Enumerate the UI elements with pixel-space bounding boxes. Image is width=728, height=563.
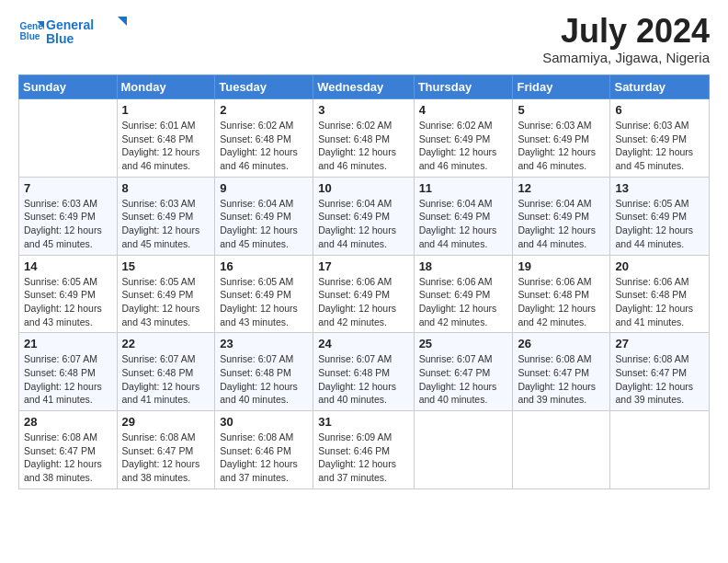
day-cell: 21Sunrise: 6:07 AM Sunset: 6:48 PM Dayli…	[19, 333, 118, 411]
day-info: Sunrise: 6:08 AM Sunset: 6:47 PM Dayligh…	[24, 431, 112, 485]
day-number: 7	[24, 181, 112, 195]
day-number: 23	[220, 337, 308, 350]
header-saturday: Saturday	[610, 75, 710, 99]
day-info: Sunrise: 6:06 AM Sunset: 6:48 PM Dayligh…	[615, 275, 704, 329]
header-tuesday: Tuesday	[215, 75, 313, 99]
day-number: 1	[122, 103, 210, 117]
day-cell: 24Sunrise: 6:07 AM Sunset: 6:48 PM Dayli…	[313, 333, 414, 411]
day-number: 8	[122, 181, 210, 195]
day-info: Sunrise: 6:05 AM Sunset: 6:49 PM Dayligh…	[24, 275, 112, 329]
day-cell: 17Sunrise: 6:06 AM Sunset: 6:49 PM Dayli…	[313, 255, 414, 333]
day-cell: 5Sunrise: 6:03 AM Sunset: 6:49 PM Daylig…	[513, 99, 610, 178]
day-info: Sunrise: 6:08 AM Sunset: 6:47 PM Dayligh…	[122, 431, 210, 485]
day-info: Sunrise: 6:08 AM Sunset: 6:47 PM Dayligh…	[615, 352, 704, 407]
day-cell: 11Sunrise: 6:04 AM Sunset: 6:49 PM Dayli…	[414, 177, 513, 255]
day-number: 6	[615, 103, 704, 117]
day-info: Sunrise: 6:05 AM Sunset: 6:49 PM Dayligh…	[615, 197, 704, 251]
day-number: 22	[122, 337, 210, 350]
day-number: 9	[220, 181, 308, 195]
day-info: Sunrise: 6:06 AM Sunset: 6:49 PM Dayligh…	[318, 275, 408, 329]
day-info: Sunrise: 6:04 AM Sunset: 6:49 PM Dayligh…	[318, 197, 408, 251]
calendar-table: Sunday Monday Tuesday Wednesday Thursday…	[18, 75, 710, 489]
day-number: 4	[419, 103, 508, 117]
day-info: Sunrise: 6:03 AM Sunset: 6:49 PM Dayligh…	[518, 119, 605, 173]
week-row-5: 28Sunrise: 6:08 AM Sunset: 6:47 PM Dayli…	[19, 411, 710, 489]
day-number: 27	[615, 337, 704, 350]
week-row-3: 14Sunrise: 6:05 AM Sunset: 6:49 PM Dayli…	[19, 255, 710, 333]
day-cell: 12Sunrise: 6:04 AM Sunset: 6:49 PM Dayli…	[513, 177, 610, 255]
day-cell: 8Sunrise: 6:03 AM Sunset: 6:49 PM Daylig…	[117, 177, 215, 255]
svg-text:Blue: Blue	[20, 31, 40, 41]
day-info: Sunrise: 6:07 AM Sunset: 6:48 PM Dayligh…	[122, 352, 210, 407]
day-info: Sunrise: 6:05 AM Sunset: 6:49 PM Dayligh…	[220, 275, 308, 329]
day-cell: 31Sunrise: 6:09 AM Sunset: 6:46 PM Dayli…	[313, 411, 414, 489]
week-row-2: 7Sunrise: 6:03 AM Sunset: 6:49 PM Daylig…	[19, 177, 710, 255]
day-info: Sunrise: 6:01 AM Sunset: 6:48 PM Dayligh…	[122, 119, 210, 173]
day-info: Sunrise: 6:07 AM Sunset: 6:48 PM Dayligh…	[220, 352, 308, 407]
day-cell	[513, 411, 610, 489]
day-cell: 27Sunrise: 6:08 AM Sunset: 6:47 PM Dayli…	[610, 333, 710, 411]
day-cell: 18Sunrise: 6:06 AM Sunset: 6:49 PM Dayli…	[414, 255, 513, 333]
day-number: 15	[122, 259, 210, 273]
logo-svg: General Blue	[46, 15, 129, 48]
day-cell: 28Sunrise: 6:08 AM Sunset: 6:47 PM Dayli…	[19, 411, 118, 489]
day-number: 3	[318, 103, 408, 117]
day-number: 21	[24, 337, 112, 350]
day-number: 14	[24, 259, 112, 273]
day-cell	[414, 411, 513, 489]
svg-marker-6	[118, 17, 127, 26]
day-number: 11	[419, 181, 508, 195]
day-number: 19	[518, 259, 605, 273]
day-number: 30	[220, 415, 308, 429]
logo: General Blue General Blue	[18, 15, 129, 48]
day-cell: 2Sunrise: 6:02 AM Sunset: 6:48 PM Daylig…	[215, 99, 313, 178]
day-cell: 29Sunrise: 6:08 AM Sunset: 6:47 PM Dayli…	[117, 411, 215, 489]
header-sunday: Sunday	[19, 75, 118, 99]
day-cell: 4Sunrise: 6:02 AM Sunset: 6:49 PM Daylig…	[414, 99, 513, 178]
day-number: 20	[615, 259, 704, 273]
day-info: Sunrise: 6:09 AM Sunset: 6:46 PM Dayligh…	[318, 431, 408, 485]
day-number: 26	[518, 337, 605, 350]
day-info: Sunrise: 6:06 AM Sunset: 6:49 PM Dayligh…	[419, 275, 508, 329]
day-cell	[610, 411, 710, 489]
header-friday: Friday	[513, 75, 610, 99]
day-info: Sunrise: 6:03 AM Sunset: 6:49 PM Dayligh…	[24, 197, 112, 251]
day-number: 24	[318, 337, 408, 350]
day-cell: 19Sunrise: 6:06 AM Sunset: 6:48 PM Dayli…	[513, 255, 610, 333]
day-number: 25	[419, 337, 508, 350]
day-number: 18	[419, 259, 508, 273]
day-number: 28	[24, 415, 112, 429]
day-number: 13	[615, 181, 704, 195]
day-cell: 23Sunrise: 6:07 AM Sunset: 6:48 PM Dayli…	[215, 333, 313, 411]
day-info: Sunrise: 6:07 AM Sunset: 6:47 PM Dayligh…	[419, 352, 508, 407]
day-info: Sunrise: 6:02 AM Sunset: 6:49 PM Dayligh…	[419, 119, 508, 173]
day-number: 12	[518, 181, 605, 195]
day-cell: 22Sunrise: 6:07 AM Sunset: 6:48 PM Dayli…	[117, 333, 215, 411]
day-info: Sunrise: 6:02 AM Sunset: 6:48 PM Dayligh…	[220, 119, 308, 173]
day-info: Sunrise: 6:07 AM Sunset: 6:48 PM Dayligh…	[24, 352, 112, 407]
logo-icon: General Blue	[18, 18, 44, 44]
day-cell: 15Sunrise: 6:05 AM Sunset: 6:49 PM Dayli…	[117, 255, 215, 333]
day-cell: 26Sunrise: 6:08 AM Sunset: 6:47 PM Dayli…	[513, 333, 610, 411]
day-number: 5	[518, 103, 605, 117]
day-cell: 14Sunrise: 6:05 AM Sunset: 6:49 PM Dayli…	[19, 255, 118, 333]
title-block: July 2024 Samamiya, Jigawa, Nigeria	[542, 15, 710, 65]
day-number: 2	[220, 103, 308, 117]
header-thursday: Thursday	[414, 75, 513, 99]
day-number: 16	[220, 259, 308, 273]
day-info: Sunrise: 6:04 AM Sunset: 6:49 PM Dayligh…	[518, 197, 605, 251]
day-cell: 25Sunrise: 6:07 AM Sunset: 6:47 PM Dayli…	[414, 333, 513, 411]
day-info: Sunrise: 6:02 AM Sunset: 6:48 PM Dayligh…	[318, 119, 408, 173]
day-cell: 13Sunrise: 6:05 AM Sunset: 6:49 PM Dayli…	[610, 177, 710, 255]
day-number: 10	[318, 181, 408, 195]
day-number: 31	[318, 415, 408, 429]
day-cell: 1Sunrise: 6:01 AM Sunset: 6:48 PM Daylig…	[117, 99, 215, 178]
week-row-1: 1Sunrise: 6:01 AM Sunset: 6:48 PM Daylig…	[19, 99, 710, 178]
day-info: Sunrise: 6:08 AM Sunset: 6:46 PM Dayligh…	[220, 431, 308, 485]
day-info: Sunrise: 6:03 AM Sunset: 6:49 PM Dayligh…	[122, 197, 210, 251]
day-cell: 10Sunrise: 6:04 AM Sunset: 6:49 PM Dayli…	[313, 177, 414, 255]
day-info: Sunrise: 6:07 AM Sunset: 6:48 PM Dayligh…	[318, 352, 408, 407]
svg-text:General: General	[46, 17, 94, 32]
svg-text:Blue: Blue	[46, 31, 74, 46]
day-cell: 20Sunrise: 6:06 AM Sunset: 6:48 PM Dayli…	[610, 255, 710, 333]
